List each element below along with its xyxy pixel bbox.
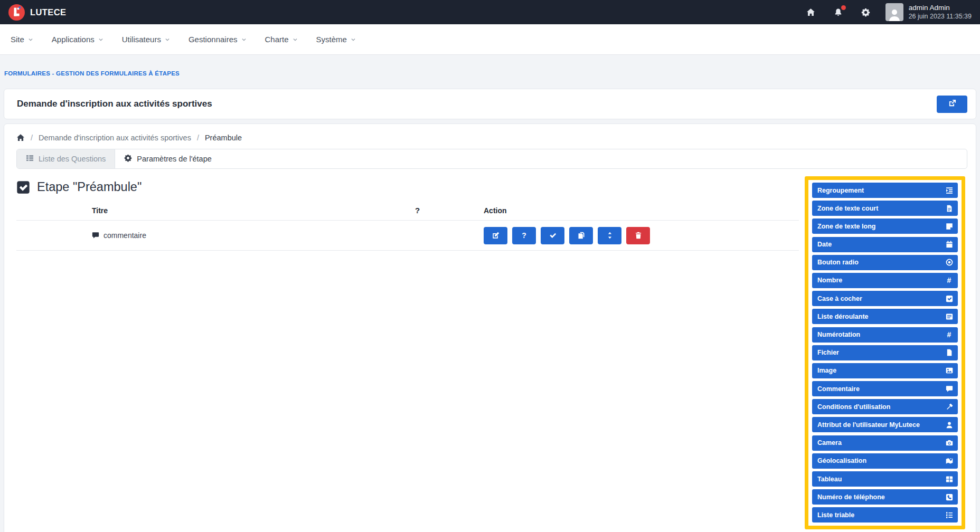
- edit-icon: [492, 232, 500, 240]
- palette-button-label: Case à cocher: [817, 295, 945, 302]
- palette-button-label: Bouton radio: [817, 259, 945, 266]
- breadcrumb-home-icon[interactable]: [16, 134, 25, 142]
- column-header-help: ?: [415, 206, 484, 215]
- palette-button-label: Camera: [817, 439, 945, 446]
- file-icon: [945, 349, 953, 357]
- navbar-right: admin Admin 26 juin 2023 11:35:39: [789, 3, 972, 21]
- palette-button-label: Regroupement: [817, 187, 945, 194]
- palette-button-nombre[interactable]: Nombre#: [812, 273, 958, 288]
- file-lines-icon: [945, 204, 953, 212]
- check-action-button[interactable]: [541, 227, 564, 244]
- palette-button-bouton-radio[interactable]: Bouton radio: [812, 255, 958, 270]
- trash-action-button[interactable]: [626, 227, 650, 244]
- indent-icon: [945, 186, 953, 194]
- palette-button-label: Numéro de téléphone: [817, 493, 945, 501]
- trash-icon: [634, 232, 642, 240]
- table-header-row: Titre ? Action: [16, 206, 799, 221]
- move-icon: [606, 232, 614, 240]
- palette-button-attribut-de-l-utilisateur-mylutece[interactable]: Attribut de l'utilisateur MyLutece: [812, 417, 958, 432]
- palette-button-label: Liste triable: [817, 511, 945, 519]
- list-icon: [26, 154, 34, 164]
- user-avatar[interactable]: [885, 3, 903, 21]
- check-icon: [549, 232, 557, 240]
- question-action-button[interactable]: ?: [512, 227, 536, 244]
- questions-table: Titre ? Action commentaire?: [16, 206, 799, 251]
- user-icon: [945, 421, 953, 429]
- palette-button-tableau[interactable]: Tableau: [812, 471, 958, 487]
- palette-button-image[interactable]: Image: [812, 363, 958, 378]
- step-title: Etape "Préambule": [37, 180, 142, 194]
- palette-button-label: Zone de texte long: [817, 223, 945, 230]
- tab-label: Paramètres de l'étape: [137, 155, 211, 163]
- open-form-button[interactable]: [937, 96, 967, 113]
- settings-gear-icon[interactable]: [860, 6, 872, 18]
- chevron-down-icon: [293, 37, 298, 42]
- copy-action-button[interactable]: [569, 227, 593, 244]
- menu-item-gestionnaires[interactable]: Gestionnaires: [189, 35, 247, 44]
- palette-button-camera[interactable]: Camera: [812, 435, 958, 451]
- calendar-icon: [945, 241, 953, 249]
- image-icon: [945, 367, 953, 375]
- palette-button-fichier[interactable]: Fichier: [812, 345, 958, 360]
- palette-button-zone-de-texte-long[interactable]: Zone de texte long: [812, 218, 958, 234]
- top-navbar: LUTECE admin Admin 26 juin 2023 11:35:39: [0, 0, 980, 24]
- comment-icon: [92, 232, 99, 239]
- breadcrumb-form[interactable]: Demande d'inscription aux activités spor…: [39, 134, 191, 142]
- breadcrumb-separator: /: [31, 134, 33, 142]
- camera-icon: [945, 439, 953, 447]
- palette-button-numerotation[interactable]: Numérotation#: [812, 327, 958, 343]
- palette-button-numero-de-telephone[interactable]: Numéro de téléphone: [812, 489, 958, 505]
- palette-button-label: Géolocalisation: [817, 457, 945, 464]
- brand-name: LUTECE: [30, 7, 66, 17]
- palette-button-label: Liste déroulante: [817, 313, 945, 320]
- tab-liste-des-questions[interactable]: Liste des Questions: [17, 149, 115, 168]
- list-ol-icon: [945, 511, 953, 519]
- palette-button-regroupement[interactable]: Regroupement: [812, 183, 958, 198]
- menu-item-label: Système: [316, 35, 347, 44]
- edit-action-button[interactable]: [484, 227, 507, 244]
- column-header-titre: Titre: [16, 206, 415, 215]
- checked-checkbox-icon: [16, 180, 30, 194]
- user-info[interactable]: admin Admin 26 juin 2023 11:35:39: [909, 4, 972, 21]
- palette-button-label: Conditions d'utilisation: [817, 403, 945, 411]
- palette-button-geolocalisation[interactable]: Géolocalisation: [812, 453, 958, 469]
- table-row: commentaire?: [16, 221, 799, 251]
- step-content-card: / Demande d'inscription aux activités sp…: [4, 124, 976, 532]
- palette-button-label: Commentaire: [817, 385, 945, 393]
- brand[interactable]: LUTECE: [8, 4, 66, 21]
- palette-button-label: Fichier: [817, 349, 945, 356]
- menu-item-charte[interactable]: Charte: [265, 35, 298, 44]
- palette-button-commentaire[interactable]: Commentaire: [812, 381, 958, 396]
- page-title: Demande d'inscription aux activités spor…: [17, 99, 212, 109]
- page-body: FORMULAIRES - GESTION DES FORMULAIRES À …: [0, 70, 980, 532]
- palette-button-label: Date: [817, 241, 945, 248]
- menu-item-site[interactable]: Site: [11, 35, 33, 44]
- palette-button-date[interactable]: Date: [812, 237, 958, 252]
- menu-item-label: Site: [11, 35, 24, 44]
- chevron-down-icon: [28, 37, 33, 42]
- chevron-down-icon: [98, 37, 103, 42]
- question-icon: ?: [520, 232, 528, 240]
- palette-button-conditions-d-utilisation[interactable]: Conditions d'utilisation: [812, 399, 958, 414]
- table-icon: [945, 475, 953, 483]
- notifications-bell-icon[interactable]: [833, 6, 844, 18]
- menu-item-utilisateurs[interactable]: Utilisateurs: [122, 35, 170, 44]
- palette-button-case-a-cocher[interactable]: Case à cocher: [812, 291, 958, 306]
- palette-button-zone-de-texte-court[interactable]: Zone de texte court: [812, 201, 958, 216]
- menu-item-systeme[interactable]: Système: [316, 35, 356, 44]
- tab-parametres-etape[interactable]: Paramètres de l'étape: [115, 149, 220, 168]
- home-icon[interactable]: [805, 6, 817, 18]
- chevron-down-icon: [165, 37, 170, 42]
- feature-breadcrumb-label[interactable]: FORMULAIRES - GESTION DES FORMULAIRES À …: [4, 70, 976, 77]
- lutece-logo-icon: [8, 4, 25, 21]
- menu-item-label: Gestionnaires: [189, 35, 238, 44]
- breadcrumb-step: Préambule: [205, 134, 242, 142]
- menu-item-applications[interactable]: Applications: [52, 35, 103, 44]
- external-link-icon: [948, 99, 956, 109]
- palette-button-liste-deroulante[interactable]: Liste déroulante: [812, 309, 958, 324]
- move-action-button[interactable]: [598, 227, 621, 244]
- menu-item-label: Charte: [265, 35, 289, 44]
- step-tabs: Liste des Questions Paramètres de l'étap…: [16, 149, 967, 169]
- palette-button-liste-triable[interactable]: Liste triable: [812, 507, 958, 522]
- palette-button-label: Zone de texte court: [817, 205, 945, 212]
